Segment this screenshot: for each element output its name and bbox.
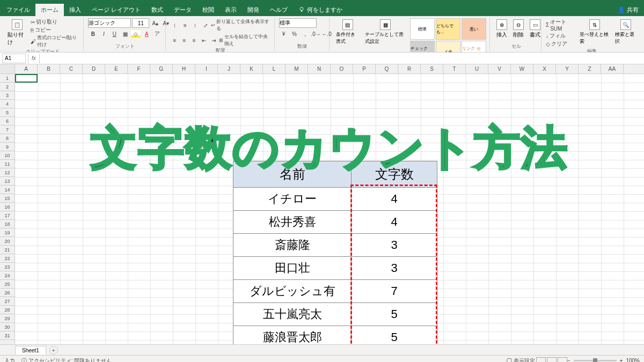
zoom-in-button[interactable]: + (620, 358, 623, 362)
row-header[interactable]: 5 (0, 108, 14, 117)
row-header[interactable]: 22 (0, 254, 14, 263)
format-as-table-button[interactable]: ▦ テーブルとして書式設定 (363, 18, 409, 46)
row-header[interactable]: 27 (0, 297, 14, 306)
row-header[interactable]: 10 (0, 151, 14, 160)
column-header[interactable]: H (173, 64, 195, 73)
cells-area[interactable]: 文字数のカウント方法 名前 文字数 イチロー4松井秀喜4斎藤隆3田口壮3ダルビッ… (15, 74, 644, 344)
tab-view[interactable]: 表示 (219, 4, 242, 16)
column-header[interactable]: T (443, 64, 466, 73)
indent-increase-button[interactable]: ⇥ (209, 35, 218, 45)
increase-decimal-button[interactable]: .0→ (311, 29, 321, 39)
paste-button[interactable]: 📋 貼り付け (5, 18, 29, 47)
column-header[interactable]: U (466, 64, 488, 73)
column-header[interactable]: Q (376, 64, 398, 73)
style-linked[interactable]: リンク セル... (462, 41, 486, 53)
tab-pagelayout[interactable]: ページ レイアウト (86, 4, 146, 16)
tab-developer[interactable]: 開発 (242, 4, 265, 16)
column-header[interactable]: R (398, 64, 421, 73)
percent-button[interactable]: % (290, 29, 299, 39)
display-settings-button[interactable]: 🖵 表示設定 (507, 357, 535, 363)
font-name-select[interactable] (88, 18, 131, 28)
copy-button[interactable]: ⎘コピー (31, 26, 80, 34)
style-bad[interactable]: 悪い (462, 18, 486, 40)
name-box[interactable]: A1 (2, 54, 26, 63)
column-header[interactable]: M (286, 64, 308, 73)
row-header[interactable]: 20 (0, 237, 14, 246)
align-right-button[interactable]: ≡ (190, 35, 199, 45)
select-all-corner[interactable] (0, 64, 15, 73)
font-size-select[interactable] (132, 18, 149, 28)
align-bottom-button[interactable]: ⫶ (191, 20, 200, 30)
row-header[interactable]: 16 (0, 203, 14, 211)
column-header[interactable]: E (105, 64, 128, 73)
row-header[interactable]: 4 (0, 100, 14, 108)
row-header[interactable]: 8 (0, 134, 14, 143)
column-header[interactable]: O (331, 64, 353, 73)
column-header[interactable]: D (83, 64, 105, 73)
phonetic-button[interactable]: ア (152, 29, 162, 39)
row-header[interactable]: 19 (0, 228, 14, 237)
column-header[interactable]: V (488, 64, 511, 73)
wrap-text-button[interactable]: ↩折り返して全体を表示する (211, 18, 270, 32)
font-color-button[interactable]: A (142, 29, 151, 39)
format-painter-button[interactable]: 🖌書式のコピー/貼り付け (31, 34, 80, 48)
currency-button[interactable]: ¥ (279, 29, 289, 39)
column-header[interactable]: C (60, 64, 83, 73)
accessibility-status[interactable]: ⓘ アクセシビリティ: 問題ありません (21, 357, 112, 363)
tab-help[interactable]: ヘルプ (265, 4, 293, 16)
increase-font-button[interactable]: A▴ (150, 18, 160, 28)
column-header[interactable]: K (240, 64, 263, 73)
column-header[interactable]: Z (579, 64, 601, 73)
sort-filter-button[interactable]: ⇅並べ替えと検索 (577, 18, 612, 46)
row-header[interactable]: 18 (0, 220, 14, 228)
row-header[interactable]: 29 (0, 314, 14, 323)
view-normal-button[interactable] (536, 357, 546, 363)
italic-button[interactable]: I (99, 29, 108, 39)
column-header[interactable]: N (308, 64, 331, 73)
view-pagelayout-button[interactable] (547, 357, 557, 363)
share-button[interactable]: 👤 共有 (612, 4, 644, 16)
style-note[interactable]: メモ (436, 41, 460, 53)
row-header[interactable]: 15 (0, 194, 14, 203)
zoom-out-button[interactable]: − (567, 358, 570, 362)
merge-center-button[interactable]: ⊞セルを結合して中央揃え (219, 33, 270, 47)
align-left-button[interactable]: ≡ (170, 35, 179, 45)
zoom-control[interactable]: − + 100% (567, 358, 640, 362)
row-header[interactable]: 11 (0, 160, 14, 168)
find-select-button[interactable]: 🔍検索と選択 (613, 18, 639, 46)
row-header[interactable]: 31 (0, 331, 14, 340)
align-middle-button[interactable]: ≡ (180, 20, 189, 30)
row-header[interactable]: 28 (0, 306, 14, 314)
clear-button[interactable]: ◇クリア (546, 40, 576, 48)
tab-review[interactable]: 校閲 (197, 4, 219, 16)
row-header[interactable]: 12 (0, 168, 14, 177)
column-header[interactable]: A (15, 64, 38, 73)
fill-button[interactable]: ↓フィル (546, 32, 576, 40)
row-header[interactable]: 6 (0, 117, 14, 125)
conditional-format-button[interactable]: ▤ 条件付き書式 (334, 18, 361, 46)
column-header[interactable]: P (353, 64, 376, 73)
add-sheet-button[interactable]: + (49, 346, 58, 354)
worksheet-grid[interactable]: ABCDEFGHIJKLMNOPQRSTUVWXYZAA 12345678910… (0, 64, 644, 344)
column-header[interactable]: J (218, 64, 240, 73)
column-header[interactable]: B (38, 64, 60, 73)
row-header[interactable]: 7 (0, 125, 14, 134)
row-header[interactable]: 2 (0, 83, 14, 91)
column-header[interactable]: AA (601, 64, 624, 73)
row-header[interactable]: 30 (0, 323, 14, 331)
row-header[interactable]: 24 (0, 271, 14, 280)
tab-file[interactable]: ファイル (1, 4, 35, 16)
column-header[interactable]: Y (556, 64, 579, 73)
row-header[interactable]: 9 (0, 143, 14, 151)
comma-button[interactable]: , (301, 29, 310, 39)
row-header[interactable]: 21 (0, 246, 14, 254)
orientation-button[interactable]: ⤢ (201, 20, 210, 30)
column-header[interactable]: F (128, 64, 150, 73)
row-header[interactable]: 3 (0, 91, 14, 100)
autosum-button[interactable]: Σオート SUM (546, 18, 576, 32)
column-header[interactable]: W (511, 64, 533, 73)
view-pagebreak-button[interactable] (558, 357, 567, 363)
row-header[interactable]: 25 (0, 280, 14, 289)
align-top-button[interactable]: ⫶ (170, 20, 179, 30)
row-header[interactable]: 23 (0, 263, 14, 271)
